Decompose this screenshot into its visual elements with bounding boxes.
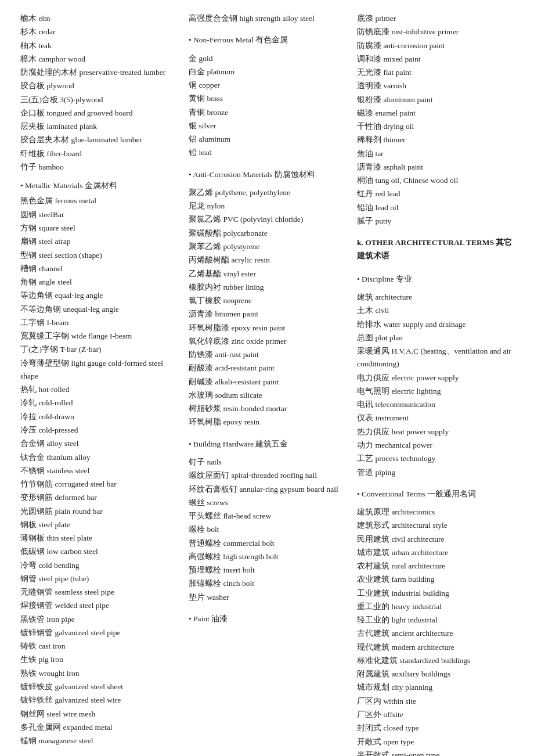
list-item: 多孔金属网 expanded metal	[20, 721, 177, 734]
list-item: 高强度合金钢 high strength alloy steel	[189, 12, 345, 25]
list-item: 环氧树脂 epoxy resin	[189, 416, 345, 429]
list-item: 底漆 primer	[357, 12, 514, 25]
list-item: 冷压 cold-pressed	[20, 424, 177, 437]
list-item: 防腐处理的木材 preservative-treated lumber	[20, 66, 177, 79]
list-item: 钢管 steel pipe (tube)	[20, 573, 177, 585]
list-item: 锰钢 managanese steel	[20, 735, 177, 747]
list-item: 建筑 architecture	[357, 291, 514, 304]
list-item: 钛合金 titanium alloy	[20, 451, 177, 464]
list-item: 扁钢 steel atrap	[20, 235, 177, 248]
list-item: 电力供应 electric power supply	[357, 372, 514, 384]
list-item: 薄钢板 thin steel plate	[20, 532, 177, 545]
column-3: 底漆 primer防锈底漆 rust-inhibitive primer防腐漆 …	[354, 12, 517, 756]
list-item: 热力供应 heat power supply	[357, 426, 514, 438]
list-item: 采暖通风 H.V.A.C (heating、ventilation and ai…	[357, 345, 514, 371]
list-item: 高强螺栓 high strength bolt	[189, 550, 345, 563]
list-item: 光圆钢筋 plain round bar	[20, 505, 177, 518]
list-item: 电气照明 electric lighting	[357, 385, 514, 398]
list-item	[357, 228, 514, 231]
list-item: 青铜 bronze	[189, 106, 345, 119]
list-item: 稀释剂 thinner	[357, 134, 514, 146]
list-item: 变形钢筋 deformed bar	[20, 491, 177, 504]
list-item: 防腐漆 anti-corrosion paint	[357, 39, 514, 52]
column-2: 高强度合金钢 high strength alloy steel• Non-Fe…	[186, 12, 348, 756]
list-item: 冷弯 cold bending	[20, 559, 177, 572]
list-item: 银粉漆 aluminum paint	[357, 93, 514, 106]
list-item: 榆木 elm	[20, 12, 177, 25]
list-item: 竹子 bamboo	[20, 161, 177, 174]
list-item: 城市建筑 urban architecture	[357, 546, 514, 559]
list-item: 轻工业的 light industrial	[357, 614, 514, 627]
list-item: 附属建筑 auxiliary buildings	[357, 668, 514, 681]
list-item: 给排水 water supply and drainage	[357, 318, 514, 331]
list-item: 调和漆 mixed paint	[357, 53, 514, 66]
list-item: 螺纹屋面钉 spiral-threaded roofing nail	[189, 469, 345, 482]
list-item	[357, 288, 514, 290]
list-item: 胶合板 plywood	[20, 80, 177, 92]
list-item: 透明漆 varnish	[357, 80, 514, 92]
list-item: 铸铁 cast iron	[20, 640, 177, 653]
list-item: 开敞式 open type	[357, 736, 514, 748]
list-item: 民用建筑 civil architecture	[357, 533, 514, 546]
list-item: 磁漆 enamel paint	[357, 107, 514, 120]
list-item: 不锈钢 stainless steel	[20, 465, 177, 477]
list-item: 型钢 steel section (shape)	[20, 249, 177, 262]
list-item	[357, 503, 514, 505]
list-item: 氧化锌底漆 zinc oxide primer	[189, 335, 345, 348]
list-item: 工字钢 I-beam	[20, 316, 177, 329]
list-item: 总图 plot plan	[357, 332, 514, 344]
list-item	[189, 183, 345, 186]
list-item: 金 gold	[189, 52, 345, 65]
list-item: 沥青漆 bitumen paint	[189, 308, 345, 321]
list-item: 腻子 putty	[357, 215, 514, 228]
list-item: 方钢 square steel	[20, 222, 177, 235]
list-item: 动力 mechanical power	[357, 439, 514, 452]
list-item: 电讯 telecommunication	[357, 398, 514, 411]
list-item: 铅油 lead oil	[357, 201, 514, 214]
list-item: 镀锌铁皮 galvanized steel sheet	[20, 681, 177, 693]
list-item: 铝 aluminum	[189, 133, 345, 146]
list-item: 尼龙 nylon	[189, 200, 345, 213]
list-item: 黄铜 brass	[189, 92, 345, 105]
list-item: 焊接钢管 welded steel pipe	[20, 599, 177, 612]
list-item: 预埋螺栓 insert bolt	[189, 564, 345, 577]
list-item: 标准化建筑 standardized buildings	[357, 654, 514, 667]
list-item	[357, 265, 514, 267]
list-item: 古代建筑 ancient architecture	[357, 627, 514, 640]
list-item: 仪表 instrument	[357, 412, 514, 424]
list-item: 钢丝网 steel wire mesh	[20, 708, 177, 721]
list-item: 层夹板 laminated plank	[20, 120, 177, 133]
list-item: 现代建筑 modern architecture	[357, 641, 514, 654]
list-item: 黑铁管 iron pipe	[20, 613, 177, 626]
list-item: 红丹 red lead	[357, 188, 514, 200]
list-item: 角钢 angle steel	[20, 276, 177, 289]
list-item: 纤维板 fiber-board	[20, 147, 177, 160]
list-item: 樟木 camphor wood	[20, 53, 177, 66]
list-item	[189, 160, 345, 163]
list-item: 聚氯乙烯 PVC (polyvinyl chloride)	[189, 213, 345, 226]
list-item: 沥青漆 asphalt paint	[357, 161, 514, 174]
column-1: 榆木 elm杉木 cedar柚木 teak樟木 camphor wood防腐处理…	[17, 12, 180, 756]
list-item: 环氧树脂漆 epoxy resin paint	[189, 322, 345, 334]
list-item: 银 silver	[189, 120, 345, 132]
list-item: 聚乙烯 polythene, polyethylene	[189, 186, 345, 199]
list-item: • Anti-Corrosion Materials 防腐蚀材料	[189, 168, 345, 181]
list-item: 铅 lead	[189, 146, 345, 159]
list-item: 工艺 process technology	[357, 452, 514, 465]
list-item: 合金钢 alloy steel	[20, 437, 177, 450]
list-item: 焦油 tar	[357, 147, 514, 160]
list-item: 生铁 pig iron	[20, 653, 177, 666]
list-item: 耐酸漆 acid-resistant paint	[189, 362, 345, 375]
list-item: 宽翼缘工字钢 wide flange I-beam	[20, 330, 177, 343]
list-item: • Discipline 专业	[357, 273, 514, 286]
list-item: 黑色金属 ferrous metal	[20, 195, 177, 207]
list-item: 钉子 nails	[189, 456, 345, 469]
list-item: 水玻璃 sodium silicate	[189, 389, 345, 402]
list-item: • Paint 油漆	[189, 613, 345, 625]
list-item: 普通螺栓 commercial bolt	[189, 537, 345, 550]
list-item: 圆钢 steelBar	[20, 208, 177, 221]
list-item: 三(五)合板 3(5)-plywood	[20, 93, 177, 106]
list-item: 熟铁 wrought iron	[20, 667, 177, 680]
list-item: 城市规划 city planning	[357, 681, 514, 694]
list-item: 冷轧 cold-rolled	[20, 397, 177, 409]
